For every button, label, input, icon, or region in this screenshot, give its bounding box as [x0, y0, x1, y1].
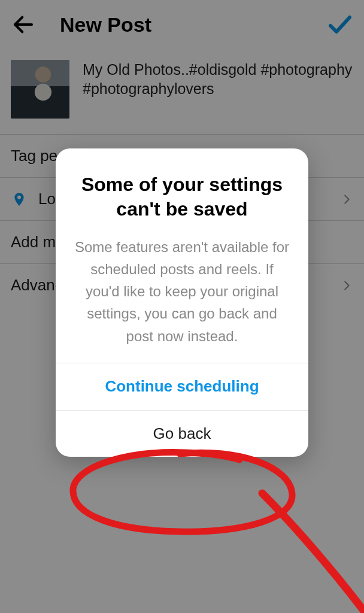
go-back-button[interactable]: Go back — [56, 410, 308, 457]
modal-body: Some features aren't available for sched… — [74, 236, 290, 347]
continue-scheduling-button[interactable]: Continue scheduling — [56, 363, 308, 410]
settings-warning-modal: Some of your settings can't be saved Som… — [56, 148, 308, 457]
modal-content: Some of your settings can't be saved Som… — [56, 148, 308, 363]
modal-title: Some of your settings can't be saved — [74, 172, 290, 221]
modal-actions: Continue scheduling Go back — [56, 363, 308, 457]
screen: New Post My Old Photos..#oldisgold #phot… — [0, 0, 364, 613]
